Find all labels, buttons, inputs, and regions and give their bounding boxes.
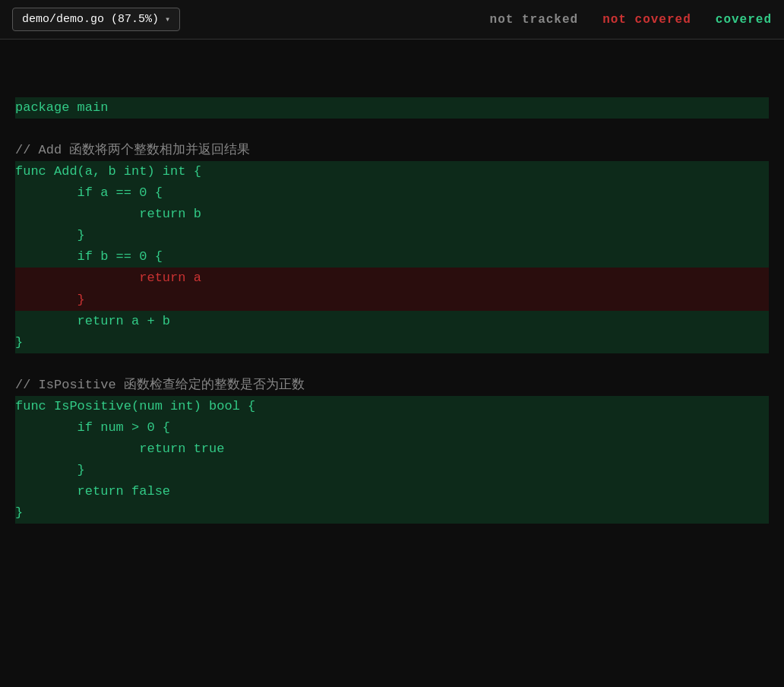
code-line: func Add(a, b int) int { <box>15 161 769 182</box>
toolbar: demo/demo.go (87.5%) ▾ not tracked not c… <box>0 0 784 40</box>
file-selector[interactable]: demo/demo.go (87.5%) ▾ <box>12 8 180 31</box>
code-area: package main // Add 函数将两个整数相加并返回结果func A… <box>0 40 784 679</box>
code-line: return b <box>15 204 769 225</box>
code-line: return false <box>15 481 769 502</box>
code-line: package main <box>15 97 769 119</box>
legend-covered: covered <box>716 13 772 27</box>
file-selector-label: demo/demo.go (87.5%) <box>22 13 159 26</box>
legend-not-covered: not covered <box>602 13 691 27</box>
code-line: } <box>15 225 769 246</box>
code-line: // IsPositive 函数检查给定的整数是否为正数 <box>15 375 769 396</box>
code-line: return a <box>15 268 769 289</box>
code-line: if b == 0 { <box>15 246 769 268</box>
code-line: } <box>15 290 769 311</box>
legend-not-tracked: not tracked <box>490 13 579 27</box>
code-line <box>15 353 769 375</box>
code-line: // Add 函数将两个整数相加并返回结果 <box>15 140 769 161</box>
code-line: } <box>15 460 769 481</box>
code-line: return true <box>15 438 769 460</box>
legend: not tracked not covered covered <box>490 13 772 27</box>
code-line: func IsPositive(num int) bool { <box>15 396 769 417</box>
code-block: package main // Add 函数将两个整数相加并返回结果func A… <box>15 55 769 524</box>
code-line: if num > 0 { <box>15 417 769 438</box>
code-line <box>15 119 769 140</box>
code-line: return a + b <box>15 311 769 332</box>
code-line: } <box>15 332 769 353</box>
chevron-down-icon: ▾ <box>165 14 170 25</box>
code-line: if a == 0 { <box>15 182 769 204</box>
code-line: } <box>15 502 769 524</box>
